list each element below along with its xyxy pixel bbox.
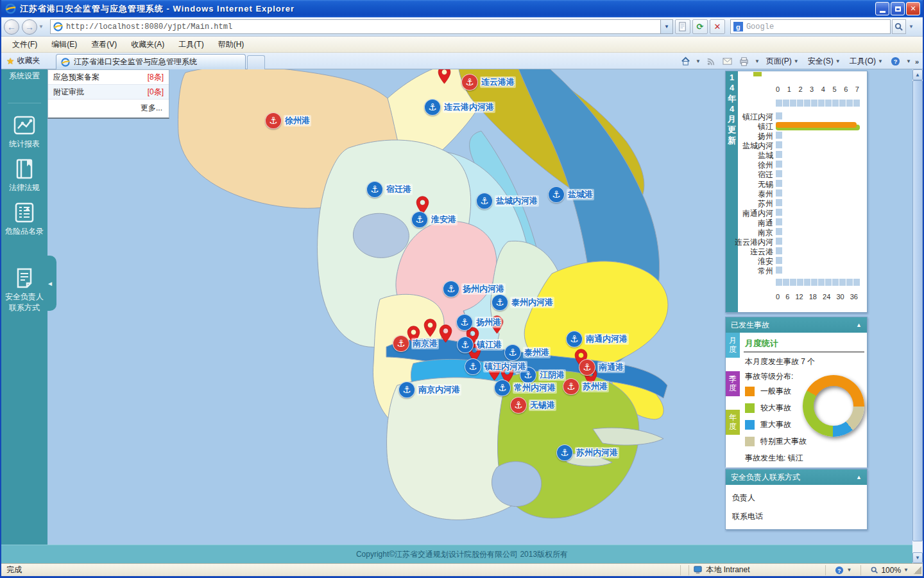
port-marker-red[interactable]: ⚓: [461, 74, 478, 91]
port-label[interactable]: 南通港: [597, 362, 625, 373]
sidebar-item-2[interactable]: 法律法规: [1, 158, 47, 193]
port-label[interactable]: 宿迁港: [385, 184, 413, 195]
port-marker-blue[interactable]: ⚓: [424, 99, 441, 116]
recent-pages-dropdown[interactable]: ▼: [38, 24, 44, 30]
port-label[interactable]: 徐州港: [284, 115, 311, 127]
more-link[interactable]: 更多...: [48, 100, 169, 118]
menu-item-1[interactable]: 编辑(E): [44, 37, 84, 53]
port-label[interactable]: 扬州港: [475, 317, 502, 328]
scroll-up-button[interactable]: ▲: [912, 69, 923, 80]
port-label[interactable]: 江阴港: [538, 369, 566, 381]
port-label[interactable]: 盐城内河港: [495, 195, 539, 207]
menu-item-2[interactable]: 查看(V): [84, 37, 124, 53]
browser-tab[interactable]: 江苏省港口安全监管与应急管理系统: [56, 54, 246, 69]
zoom-control[interactable]: 100% ▼: [865, 566, 914, 575]
port-marker-blue[interactable]: ⚓: [566, 331, 583, 347]
search-input[interactable]: g Google: [730, 19, 891, 34]
port-marker-blue[interactable]: ⚓: [556, 444, 573, 461]
port-marker-blue[interactable]: ⚓: [366, 181, 383, 198]
accident-tab-2[interactable]: 年度: [726, 410, 740, 435]
resize-grip[interactable]: [914, 566, 921, 574]
port-label[interactable]: 镇江港: [475, 339, 503, 351]
search-options-dropdown[interactable]: ▼: [906, 24, 916, 30]
print-button[interactable]: [738, 56, 751, 67]
port-marker-blue[interactable]: ⚓: [465, 358, 481, 375]
sidebar-item-0[interactable]: 系统设置: [1, 71, 47, 82]
port-label[interactable]: 南京港: [411, 338, 439, 349]
port-marker-red[interactable]: ⚓: [265, 112, 282, 129]
port-label[interactable]: 南京内河港: [417, 384, 461, 396]
command-dropdown-1[interactable]: 安全(S)▼: [805, 55, 843, 68]
accident-panel-header[interactable]: 已发生事故 ▲: [726, 317, 867, 333]
port-label[interactable]: 泰州内河港: [510, 297, 554, 308]
port-label[interactable]: 常州内河港: [513, 382, 557, 394]
port-marker-blue[interactable]: ⚓: [494, 380, 511, 396]
command-dropdown-0[interactable]: 页面(P)▼: [764, 55, 801, 68]
protected-mode-button[interactable]: ▼: [830, 566, 857, 575]
toolbar-overflow-button[interactable]: »: [915, 58, 919, 66]
port-marker-red[interactable]: ⚓: [579, 359, 595, 376]
port-label[interactable]: 苏州内河港: [575, 447, 619, 459]
quick-panel-row-0[interactable]: 应急预案备案[8条]: [48, 70, 169, 85]
sidebar-collapse-tab[interactable]: ◄: [44, 256, 56, 311]
port-label[interactable]: 无锡港: [529, 399, 556, 411]
accident-pin-icon[interactable]: [439, 324, 452, 343]
minimize-button[interactable]: [875, 2, 889, 15]
accident-pin-icon[interactable]: [424, 319, 437, 337]
port-label[interactable]: 南通内河港: [585, 333, 629, 345]
accident-tab-0[interactable]: 月度: [726, 333, 740, 358]
refresh-button[interactable]: ⟳: [692, 19, 708, 34]
port-label[interactable]: 连云港港: [480, 76, 516, 88]
print-dropdown[interactable]: ▼: [755, 58, 760, 64]
menu-item-4[interactable]: 工具(T): [171, 37, 210, 53]
port-marker-blue[interactable]: ⚓: [476, 193, 493, 209]
forward-button[interactable]: →: [22, 19, 37, 35]
accident-tab-1[interactable]: 季度: [726, 371, 740, 396]
collapse-up-icon[interactable]: ▲: [856, 322, 862, 328]
sidebar-item-1[interactable]: 统计报表: [1, 114, 47, 150]
port-marker-blue[interactable]: ⚓: [398, 381, 415, 398]
accident-pin-icon[interactable]: [438, 69, 451, 84]
port-label[interactable]: 镇江内河港: [483, 361, 527, 372]
address-input[interactable]: http://localhost:8080/yjpt/Main.html: [50, 19, 661, 34]
port-marker-blue[interactable]: ⚓: [492, 294, 508, 311]
restore-button[interactable]: [891, 2, 905, 15]
port-label[interactable]: 泰州港: [523, 347, 551, 358]
read-mail-button[interactable]: [721, 56, 734, 67]
sidebar-item-3[interactable]: 危险品名录: [1, 202, 47, 237]
port-label[interactable]: 淮安港: [430, 214, 458, 225]
scrollbar-thumb[interactable]: [912, 80, 923, 541]
port-marker-blue[interactable]: ⚓: [548, 186, 565, 203]
port-marker-blue[interactable]: ⚓: [411, 211, 428, 228]
favorites-button[interactable]: ★ 收藏夹: [6, 55, 40, 66]
port-marker-red[interactable]: ⚓: [510, 397, 527, 414]
port-marker-red[interactable]: ⚓: [563, 378, 579, 395]
port-label[interactable]: 连云港内河港: [443, 101, 495, 113]
address-dropdown-button[interactable]: ▼: [661, 19, 673, 34]
port-marker-red[interactable]: ⚓: [393, 335, 409, 352]
home-button[interactable]: [679, 56, 692, 67]
menu-item-3[interactable]: 收藏夹(A): [124, 37, 171, 53]
stop-button[interactable]: ✕: [710, 19, 725, 34]
vertical-scrollbar[interactable]: ▲ ▼: [912, 69, 923, 563]
port-marker-blue[interactable]: ⚓: [443, 281, 459, 297]
menu-item-0[interactable]: 文件(F): [5, 37, 44, 53]
scroll-down-button[interactable]: ▼: [912, 552, 923, 563]
menu-item-5[interactable]: 帮助(H): [211, 37, 252, 53]
quick-panel-row-1[interactable]: 附证审批[0条]: [48, 85, 169, 100]
port-label[interactable]: 苏州港: [581, 381, 609, 392]
port-marker-blue[interactable]: ⚓: [504, 344, 521, 361]
contact-panel-header[interactable]: 安全负责人联系方式 ▲: [726, 469, 867, 485]
collapse-up-icon[interactable]: ▲: [856, 474, 862, 480]
close-button[interactable]: ✕: [906, 2, 920, 15]
help-dropdown[interactable]: ▼: [906, 58, 911, 64]
port-label[interactable]: 扬州内河港: [461, 283, 506, 295]
home-dropdown[interactable]: ▼: [696, 58, 701, 64]
search-button[interactable]: [892, 19, 906, 34]
help-button[interactable]: [889, 56, 902, 67]
back-button[interactable]: ←: [4, 19, 19, 35]
port-marker-blue[interactable]: ⚓: [456, 314, 473, 331]
port-marker-blue[interactable]: ⚓: [457, 337, 474, 353]
new-tab-button[interactable]: [247, 55, 265, 69]
port-label[interactable]: 盐城港: [567, 189, 594, 200]
